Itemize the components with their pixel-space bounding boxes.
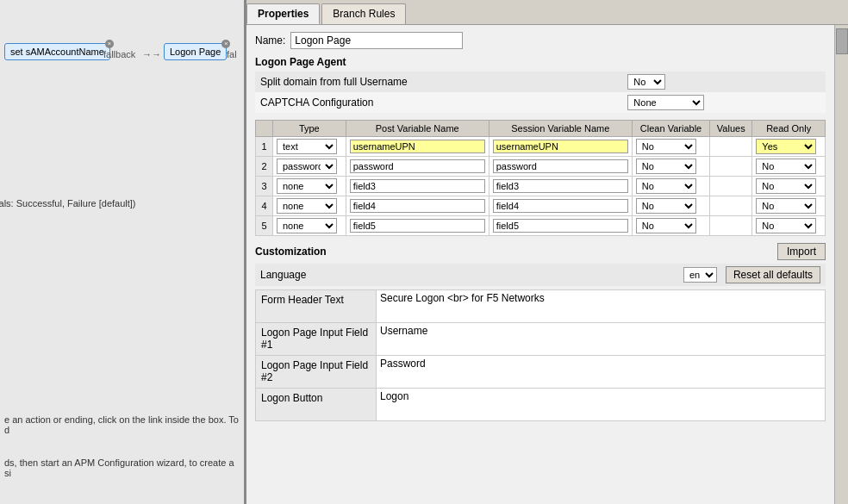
clean-var-select[interactable]: NoYes [636, 178, 696, 194]
session-var-input[interactable] [493, 219, 628, 233]
node-set-sam[interactable]: × set sAMAccountName [4, 43, 110, 60]
custom-field-label: Form Header Text [256, 290, 377, 323]
custom-field-textarea[interactable]: Username [380, 325, 821, 351]
name-input[interactable] [290, 32, 463, 49]
post-var-cell [346, 196, 489, 216]
language-label: Language [260, 269, 306, 281]
custom-field-label: Logon Button [256, 389, 377, 421]
scrollbar[interactable] [834, 25, 848, 504]
col-num [256, 121, 273, 137]
scrollbar-thumb[interactable] [836, 28, 848, 54]
custom-field-value-cell: Username [377, 323, 826, 356]
type-select[interactable]: textpasswordnone [277, 159, 337, 174]
right-panel: Properties Branch Rules Name: Logon Page… [245, 0, 848, 504]
read-only-cell: NoYes [752, 157, 826, 177]
read-only-select[interactable]: NoYes [756, 159, 816, 174]
node-logon-page[interactable]: × Logon Page [164, 43, 227, 60]
custom-field-textarea[interactable]: Secure Logon <br> for F5 Networks [380, 292, 821, 318]
language-select[interactable]: en fr de [683, 267, 717, 283]
read-only-select[interactable]: NoYes [756, 139, 816, 154]
field-captcha: CAPTCHA Configuration None reCAPTCHA [255, 92, 826, 113]
custom-field-label: Logon Page Input Field #1 [256, 323, 377, 356]
customization-label: Customization [255, 246, 327, 258]
type-select[interactable]: textpasswordnone [277, 218, 337, 233]
import-button[interactable]: Import [777, 243, 826, 260]
custom-field-value-cell: Secure Logon <br> for F5 Networks [377, 290, 826, 323]
read-only-select[interactable]: NoYes [756, 218, 816, 233]
arrow-fallback: fallback [103, 49, 135, 59]
content-area: Name: Logon Page Agent Split domain from… [246, 25, 834, 504]
flow-area: × set sAMAccountName fallback →→ × Logon… [0, 0, 244, 504]
read-only-cell: NoYes [752, 137, 826, 157]
tab-branch-rules[interactable]: Branch Rules [321, 3, 406, 24]
close-icon[interactable]: × [105, 40, 114, 48]
table-row: 5textpasswordnoneNoYesNoYes [256, 216, 826, 236]
custom-row: Logon ButtonLogon [256, 389, 826, 421]
session-var-input[interactable] [493, 199, 628, 213]
clean-var-cell: NoYes [632, 216, 709, 236]
reset-defaults-button[interactable]: Reset all defaults [726, 266, 820, 283]
col-post-var: Post Variable Name [346, 121, 489, 137]
right-content: Name: Logon Page Agent Split domain from… [246, 25, 848, 504]
type-cell: textpasswordnone [273, 196, 346, 216]
session-var-input[interactable] [493, 140, 628, 153]
name-row: Name: [255, 32, 826, 49]
type-select[interactable]: textpasswordnone [277, 139, 337, 154]
customization-header: Customization Import [255, 243, 826, 260]
close-icon[interactable]: × [221, 40, 230, 48]
values-cell [710, 196, 752, 216]
type-select[interactable]: textpasswordnone [277, 198, 337, 214]
type-select[interactable]: textpasswordnone [277, 178, 337, 194]
col-session-var: Session Variable Name [489, 121, 632, 137]
post-var-input[interactable] [350, 140, 485, 153]
clean-var-select[interactable]: NoYes [636, 159, 696, 174]
read-only-cell: NoYes [752, 216, 826, 236]
custom-field-textarea[interactable]: Logon [380, 390, 821, 416]
custom-fields-table: Form Header TextSecure Logon <br> for F5… [255, 289, 826, 421]
clean-var-select[interactable]: NoYes [636, 198, 696, 214]
clean-var-cell: NoYes [632, 177, 709, 196]
clean-var-cell: NoYes [632, 157, 709, 177]
col-clean-var: Clean Variable [632, 121, 709, 137]
variables-table: Type Post Variable Name Session Variable… [255, 120, 826, 236]
captcha-select[interactable]: None reCAPTCHA [627, 95, 704, 110]
clean-var-cell: NoYes [632, 196, 709, 216]
language-row: Language en fr de Reset all defaults [255, 264, 826, 286]
type-cell: textpasswordnone [273, 157, 346, 177]
session-var-input[interactable] [493, 159, 628, 173]
col-values: Values [710, 121, 752, 137]
values-cell [710, 137, 752, 157]
field-label: CAPTCHA Configuration [255, 92, 622, 113]
post-var-input[interactable] [350, 159, 485, 173]
post-var-input[interactable] [350, 219, 485, 233]
clean-var-select[interactable]: NoYes [636, 139, 696, 154]
section-logon-agent: Logon Page Agent [255, 56, 826, 68]
tab-bar: Properties Branch Rules [246, 0, 848, 25]
custom-field-value-cell: Password [377, 356, 826, 389]
post-var-input[interactable] [350, 179, 485, 193]
table-row: 3textpasswordnoneNoYesNoYes [256, 177, 826, 196]
session-var-cell [489, 177, 632, 196]
table-row: 2textpasswordnoneNoYesNoYes [256, 157, 826, 177]
tab-properties[interactable]: Properties [246, 3, 320, 24]
values-cell [710, 177, 752, 196]
read-only-cell: NoYes [752, 177, 826, 196]
post-var-cell [346, 177, 489, 196]
read-only-select[interactable]: NoYes [756, 198, 816, 214]
session-var-input[interactable] [493, 179, 628, 193]
custom-field-label: Logon Page Input Field #2 [256, 356, 377, 389]
session-var-cell [489, 137, 632, 157]
field-label: Split domain from full Username [255, 72, 622, 92]
hint-text1: e an action or ending, click on the link… [4, 414, 240, 435]
agent-fields-table: Split domain from full Username No Yes C… [255, 72, 826, 113]
values-cell [710, 216, 752, 236]
custom-row: Logon Page Input Field #1Username [256, 323, 826, 356]
clean-var-select[interactable]: NoYes [636, 218, 696, 233]
split-domain-select[interactable]: No Yes [627, 74, 665, 90]
read-only-select[interactable]: NoYes [756, 178, 816, 194]
row-number: 5 [256, 216, 273, 236]
custom-field-textarea[interactable]: Password [380, 358, 821, 383]
flow-panel: × set sAMAccountName fallback →→ × Logon… [0, 0, 245, 504]
row-number: 4 [256, 196, 273, 216]
post-var-input[interactable] [350, 199, 485, 213]
